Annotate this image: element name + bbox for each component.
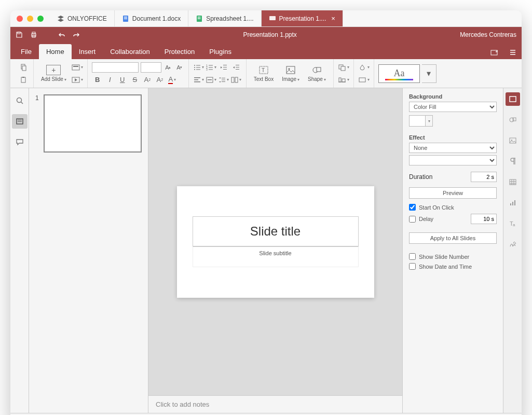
image-icon xyxy=(284,65,297,75)
add-slide-button[interactable]: + Add Slide▾ xyxy=(38,63,70,84)
layout-icon[interactable]: ▾ xyxy=(72,62,83,73)
background-color-swatch[interactable] xyxy=(409,115,426,127)
subscript-icon[interactable]: A2 xyxy=(154,75,166,85)
print-icon[interactable] xyxy=(30,31,37,38)
bullets-icon[interactable]: ▾ xyxy=(193,62,204,73)
save-icon[interactable] xyxy=(16,31,23,38)
slide-subtitle-placeholder[interactable]: Slide subtitle xyxy=(193,246,359,267)
delay-input[interactable] xyxy=(471,214,497,224)
paste-icon[interactable] xyxy=(18,75,29,85)
font-family-input[interactable] xyxy=(92,62,139,73)
tab-label: Presentation 1.... xyxy=(279,15,326,22)
apply-all-button[interactable]: Apply to All Slides xyxy=(409,232,497,244)
slide-thumbnail[interactable] xyxy=(44,94,142,153)
color-dropdown-icon[interactable]: ▾ xyxy=(426,115,433,127)
valign-icon[interactable]: ▾ xyxy=(206,75,217,85)
start-on-click-checkbox[interactable] xyxy=(409,204,416,211)
theme-dropdown-icon[interactable]: ▾ xyxy=(422,64,436,83)
text-art-settings-icon[interactable]: Ta xyxy=(506,217,520,230)
status-bar: ▾ Slide 1 of 1 English (United States) ⌃… xyxy=(10,413,522,415)
open-location-icon[interactable] xyxy=(485,46,504,59)
svg-rect-39 xyxy=(236,69,239,70)
align-objects-icon[interactable]: ▾ xyxy=(338,75,349,85)
line-spacing-icon[interactable]: ▾ xyxy=(218,75,229,85)
svg-point-62 xyxy=(17,98,21,103)
chart-settings-icon[interactable] xyxy=(506,196,520,210)
image-settings-icon[interactable] xyxy=(506,134,520,147)
shape-settings-icon[interactable] xyxy=(506,113,520,127)
decrease-font-icon[interactable]: A▾ xyxy=(175,63,184,72)
preview-button[interactable]: Preview xyxy=(409,187,497,199)
svg-rect-49 xyxy=(235,77,238,82)
svg-line-63 xyxy=(21,102,23,104)
delay-checkbox[interactable] xyxy=(409,216,416,223)
slideshow-icon[interactable]: ▾ xyxy=(72,75,83,85)
copy-icon[interactable] xyxy=(18,62,29,73)
show-date-time-checkbox[interactable] xyxy=(409,263,416,270)
svg-text:3: 3 xyxy=(206,68,208,71)
maximize-window-button[interactable] xyxy=(37,16,44,22)
underline-icon[interactable]: U xyxy=(117,75,128,85)
slide-title-placeholder[interactable]: Slide title xyxy=(193,216,359,246)
menu-file[interactable]: File xyxy=(13,44,39,59)
tab-presentation[interactable]: Presentation 1.... × xyxy=(262,10,343,26)
tab-label: Spreadsheet 1.... xyxy=(206,15,253,22)
shape-fill-icon[interactable]: ▾ xyxy=(358,62,370,73)
indent-icon[interactable] xyxy=(230,62,242,73)
paragraph-settings-icon[interactable] xyxy=(506,155,520,168)
undo-icon[interactable] xyxy=(58,31,65,38)
svg-rect-6 xyxy=(199,17,200,18)
table-settings-icon[interactable] xyxy=(506,175,520,189)
theme-preview[interactable]: Aa xyxy=(378,64,420,83)
notes-panel[interactable]: Click to add notes xyxy=(148,395,402,413)
background-fill-select[interactable]: Color Fill xyxy=(409,102,497,112)
shape-button[interactable]: Shape▾ xyxy=(305,64,329,83)
columns-icon[interactable]: ▾ xyxy=(230,75,242,85)
svg-rect-42 xyxy=(194,81,200,82)
arrange-icon[interactable]: ▾ xyxy=(338,62,349,73)
slide-canvas[interactable]: Slide title Slide subtitle xyxy=(148,88,402,395)
menu-plugins[interactable]: Plugins xyxy=(202,44,239,59)
font-color-icon[interactable]: A▾ xyxy=(167,75,178,85)
svg-rect-9 xyxy=(269,16,276,20)
effect-subtype-select[interactable] xyxy=(409,155,497,165)
redo-icon[interactable] xyxy=(73,31,80,38)
font-size-input[interactable] xyxy=(141,62,161,73)
svg-rect-5 xyxy=(198,17,199,18)
menu-insert[interactable]: Insert xyxy=(72,44,103,59)
italic-icon[interactable]: I xyxy=(104,75,116,85)
effect-select[interactable]: None xyxy=(409,143,497,153)
image-button[interactable]: Image▾ xyxy=(279,64,303,83)
svg-rect-66 xyxy=(18,121,22,122)
minimize-window-button[interactable] xyxy=(27,16,33,22)
slides-panel-icon[interactable] xyxy=(12,114,28,129)
strike-icon[interactable]: S xyxy=(129,75,141,85)
bold-icon[interactable]: B xyxy=(92,75,103,85)
text-box-icon: T xyxy=(257,65,270,75)
menu-home[interactable]: Home xyxy=(39,44,72,59)
signature-settings-icon[interactable] xyxy=(506,238,520,251)
app-home-tab[interactable]: ONLYOFFICE xyxy=(50,10,115,26)
outdent-icon[interactable] xyxy=(218,62,229,73)
tab-spreadsheet[interactable]: Spreadsheet 1.... xyxy=(188,10,261,26)
menu-collaboration[interactable]: Collaboration xyxy=(103,44,157,59)
svg-rect-40 xyxy=(194,77,200,78)
superscript-icon[interactable]: A2 xyxy=(142,75,153,85)
svg-rect-44 xyxy=(208,79,212,80)
tab-document[interactable]: Document 1.docx xyxy=(115,10,188,26)
increase-font-icon[interactable]: A▴ xyxy=(163,63,173,72)
close-tab-icon[interactable]: × xyxy=(331,15,335,22)
duration-input[interactable] xyxy=(471,172,497,182)
close-window-button[interactable] xyxy=(17,16,23,22)
numbering-icon[interactable]: 123▾ xyxy=(206,62,217,73)
slide-settings-icon[interactable] xyxy=(506,92,520,106)
text-box-button[interactable]: T Text Box xyxy=(251,64,277,83)
comments-icon[interactable] xyxy=(12,135,28,149)
thumb-number: 1 xyxy=(35,94,40,153)
align-left-icon[interactable]: ▾ xyxy=(193,75,204,85)
hamburger-icon[interactable] xyxy=(504,46,522,59)
show-slide-number-checkbox[interactable] xyxy=(409,253,416,260)
slide-size-icon[interactable]: ▾ xyxy=(358,75,370,85)
menu-protection[interactable]: Protection xyxy=(157,44,202,59)
search-icon[interactable] xyxy=(12,93,28,108)
